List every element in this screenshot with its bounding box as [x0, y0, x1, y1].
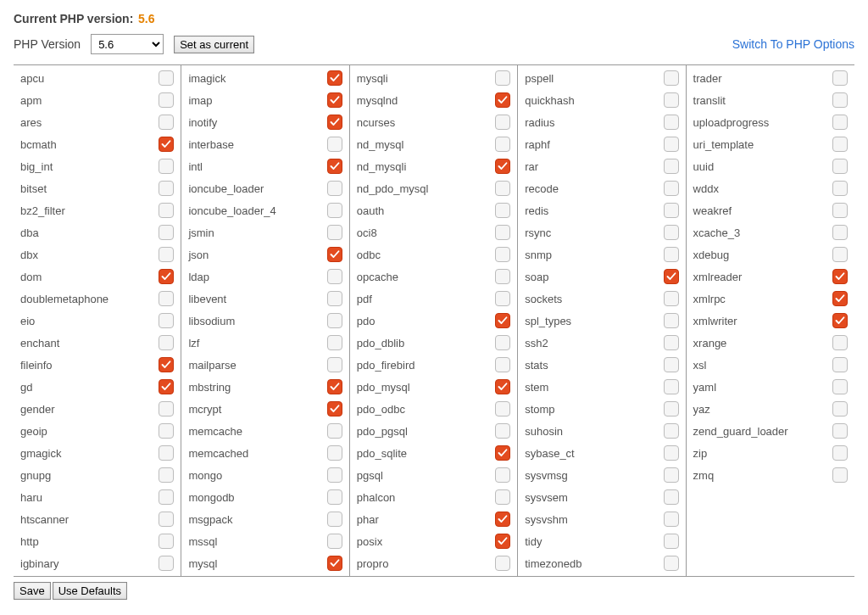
extension-checkbox[interactable] — [327, 291, 342, 306]
extension-checkbox[interactable] — [495, 181, 510, 196]
php-version-select[interactable]: 5.6 — [91, 34, 164, 54]
extension-checkbox[interactable] — [832, 379, 848, 394]
extension-checkbox[interactable] — [159, 115, 174, 130]
extension-checkbox[interactable] — [664, 489, 679, 505]
extension-checkbox[interactable] — [327, 357, 342, 372]
extension-checkbox[interactable] — [832, 269, 848, 284]
extension-checkbox[interactable] — [495, 335, 510, 350]
extension-checkbox[interactable] — [832, 467, 848, 483]
extension-checkbox[interactable] — [159, 203, 174, 218]
extension-checkbox[interactable] — [495, 269, 510, 284]
extension-checkbox[interactable] — [664, 181, 679, 196]
extension-checkbox[interactable] — [159, 70, 174, 86]
extension-checkbox[interactable] — [327, 379, 342, 394]
extension-checkbox[interactable] — [327, 423, 342, 439]
extension-checkbox[interactable] — [495, 203, 510, 218]
extension-checkbox[interactable] — [664, 92, 679, 108]
extension-checkbox[interactable] — [832, 313, 848, 328]
extension-checkbox[interactable] — [832, 401, 848, 417]
extension-checkbox[interactable] — [495, 357, 510, 372]
extension-checkbox[interactable] — [159, 159, 174, 174]
extension-checkbox[interactable] — [495, 512, 510, 527]
extension-checkbox[interactable] — [495, 247, 510, 262]
extension-checkbox[interactable] — [327, 70, 342, 86]
extension-checkbox[interactable] — [327, 445, 342, 461]
extension-checkbox[interactable] — [159, 269, 174, 284]
extension-checkbox[interactable] — [664, 467, 679, 483]
extension-checkbox[interactable] — [832, 181, 848, 196]
extension-checkbox[interactable] — [832, 225, 848, 240]
extension-checkbox[interactable] — [495, 159, 510, 174]
extension-checkbox[interactable] — [664, 335, 679, 350]
extension-checkbox[interactable] — [159, 137, 174, 152]
extension-checkbox[interactable] — [832, 92, 848, 108]
extension-checkbox[interactable] — [495, 467, 510, 483]
extension-checkbox[interactable] — [495, 379, 510, 394]
extension-checkbox[interactable] — [327, 225, 342, 240]
extension-checkbox[interactable] — [327, 401, 342, 417]
save-button[interactable]: Save — [14, 582, 51, 600]
extension-checkbox[interactable] — [159, 556, 174, 571]
extension-checkbox[interactable] — [159, 423, 174, 439]
extension-checkbox[interactable] — [832, 357, 848, 372]
extension-checkbox[interactable] — [327, 467, 342, 483]
extension-checkbox[interactable] — [327, 556, 342, 571]
extension-checkbox[interactable] — [327, 313, 342, 328]
extension-checkbox[interactable] — [495, 534, 510, 549]
extension-checkbox[interactable] — [664, 534, 679, 549]
extension-checkbox[interactable] — [832, 423, 848, 439]
extension-checkbox[interactable] — [664, 512, 679, 527]
extension-checkbox[interactable] — [832, 203, 848, 218]
extension-checkbox[interactable] — [327, 335, 342, 350]
extension-checkbox[interactable] — [327, 269, 342, 284]
extension-checkbox[interactable] — [495, 225, 510, 240]
extension-checkbox[interactable] — [495, 423, 510, 439]
extension-checkbox[interactable] — [664, 70, 679, 86]
extension-checkbox[interactable] — [159, 313, 174, 328]
extension-checkbox[interactable] — [327, 115, 342, 130]
extension-checkbox[interactable] — [664, 269, 679, 284]
extension-checkbox[interactable] — [664, 401, 679, 417]
extension-checkbox[interactable] — [159, 467, 174, 483]
extension-checkbox[interactable] — [327, 92, 342, 108]
extension-checkbox[interactable] — [664, 115, 679, 130]
extension-checkbox[interactable] — [495, 291, 510, 306]
extension-checkbox[interactable] — [664, 247, 679, 262]
extension-checkbox[interactable] — [159, 534, 174, 549]
extension-checkbox[interactable] — [159, 247, 174, 262]
extension-checkbox[interactable] — [159, 489, 174, 505]
extension-checkbox[interactable] — [327, 137, 342, 152]
extension-checkbox[interactable] — [159, 181, 174, 196]
extension-checkbox[interactable] — [664, 556, 679, 571]
extension-checkbox[interactable] — [664, 203, 679, 218]
extension-checkbox[interactable] — [664, 137, 679, 152]
extension-checkbox[interactable] — [664, 225, 679, 240]
extension-checkbox[interactable] — [832, 291, 848, 306]
extension-checkbox[interactable] — [495, 401, 510, 417]
extension-checkbox[interactable] — [159, 445, 174, 461]
extension-checkbox[interactable] — [495, 70, 510, 86]
extension-checkbox[interactable] — [327, 512, 342, 527]
use-defaults-button[interactable]: Use Defaults — [53, 582, 127, 600]
extension-checkbox[interactable] — [664, 159, 679, 174]
extension-checkbox[interactable] — [832, 115, 848, 130]
extension-checkbox[interactable] — [664, 423, 679, 439]
extension-checkbox[interactable] — [832, 70, 848, 86]
extension-checkbox[interactable] — [495, 313, 510, 328]
extension-checkbox[interactable] — [159, 401, 174, 417]
extension-checkbox[interactable] — [495, 556, 510, 571]
set-as-current-button[interactable]: Set as current — [174, 36, 254, 53]
extension-checkbox[interactable] — [832, 137, 848, 152]
extension-checkbox[interactable] — [832, 247, 848, 262]
extension-checkbox[interactable] — [159, 92, 174, 108]
extension-checkbox[interactable] — [495, 137, 510, 152]
extension-checkbox[interactable] — [664, 379, 679, 394]
extension-checkbox[interactable] — [159, 357, 174, 372]
extension-checkbox[interactable] — [327, 534, 342, 549]
extension-checkbox[interactable] — [327, 203, 342, 218]
extension-checkbox[interactable] — [664, 445, 679, 461]
extension-checkbox[interactable] — [832, 159, 848, 174]
extension-checkbox[interactable] — [664, 357, 679, 372]
extension-checkbox[interactable] — [832, 335, 848, 350]
extension-checkbox[interactable] — [327, 247, 342, 262]
